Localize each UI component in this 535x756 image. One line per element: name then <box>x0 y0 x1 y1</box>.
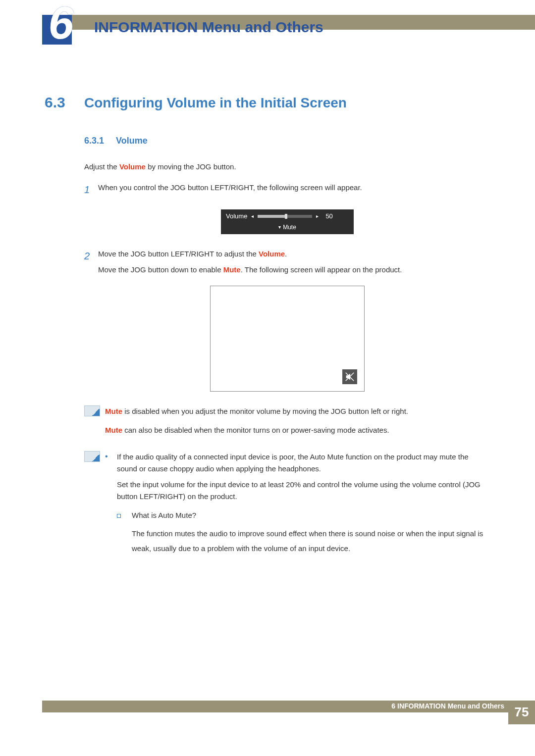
step-text: Move the JOG button LEFT/RIGHT to adjust… <box>98 248 490 276</box>
mute-keyword: Mute <box>105 426 122 434</box>
osd-thumb <box>285 214 287 219</box>
subsection-number: 6.3.1 <box>84 136 116 146</box>
subsection-heading: 6.3.1 Volume <box>84 136 490 146</box>
step-number: 1 <box>84 182 98 198</box>
note-line: Mute can also be disabled when the monit… <box>105 424 490 436</box>
osd-volume-bar: Volume ◂ ▸ 50 ▾ Mute <box>221 209 354 234</box>
section-number: 6.3 <box>45 94 84 111</box>
osd-mute-label: Mute <box>283 223 296 232</box>
mute-keyword: Mute <box>105 407 122 415</box>
sub-bullet-question: What is Auto Mute? <box>132 509 490 521</box>
mute-icon <box>342 369 357 384</box>
volume-keyword: Volume <box>259 250 285 258</box>
osd-label: Volume <box>226 211 247 222</box>
osd-fill <box>258 215 285 218</box>
step-2: 2 Move the JOG button LEFT/RIGHT to adju… <box>84 248 490 276</box>
step-number: 2 <box>84 248 98 276</box>
triangle-left-icon: ◂ <box>251 214 254 219</box>
footer-title: 6INFORMATION Menu and Others <box>391 702 504 710</box>
page-footer: 6INFORMATION Menu and Others 75 <box>0 701 535 724</box>
bullet-marker: • <box>105 451 117 558</box>
note-icon <box>84 405 100 416</box>
product-screen-illustration <box>210 286 365 392</box>
note-line: Mute is disabled when you adjust the mon… <box>105 405 490 417</box>
page-number: 75 <box>508 701 535 724</box>
sub-bullet-answer: The function mutes the audio to improve … <box>132 526 490 556</box>
section-heading: 6.3 Configuring Volume in the Initial Sc… <box>45 94 490 111</box>
note-block: • If the audio quality of a connected in… <box>84 451 490 562</box>
volume-keyword: Volume <box>119 162 146 171</box>
intro-paragraph: Adjust the Volume by moving the JOG butt… <box>84 161 490 173</box>
note-block: Mute is disabled when you adjust the mon… <box>84 405 490 443</box>
bullet-item: • If the audio quality of a connected in… <box>105 451 490 558</box>
step-text: When you control the JOG button LEFT/RIG… <box>98 182 490 198</box>
square-bullet-marker <box>117 514 121 518</box>
chapter-title: INFORMATION Menu and Others <box>94 19 323 36</box>
chapter-header: 6 INFORMATION Menu and Others <box>0 0 535 54</box>
triangle-down-icon: ▾ <box>278 225 281 230</box>
step-1: 1 When you control the JOG button LEFT/R… <box>84 182 490 198</box>
osd-value: 50 <box>325 211 332 222</box>
mute-keyword: Mute <box>223 265 241 274</box>
bullet-text: Set the input volume for the input devic… <box>117 479 490 503</box>
section-title: Configuring Volume in the Initial Screen <box>84 95 347 111</box>
chapter-number: 6 <box>42 0 80 46</box>
note-icon <box>84 451 100 462</box>
bullet-text: If the audio quality of a connected inpu… <box>117 451 490 475</box>
osd-track <box>258 215 312 218</box>
subsection-title: Volume <box>116 136 148 146</box>
sub-bullet-item: What is Auto Mute? The function mutes th… <box>117 509 490 556</box>
triangle-right-icon: ▸ <box>316 214 319 219</box>
